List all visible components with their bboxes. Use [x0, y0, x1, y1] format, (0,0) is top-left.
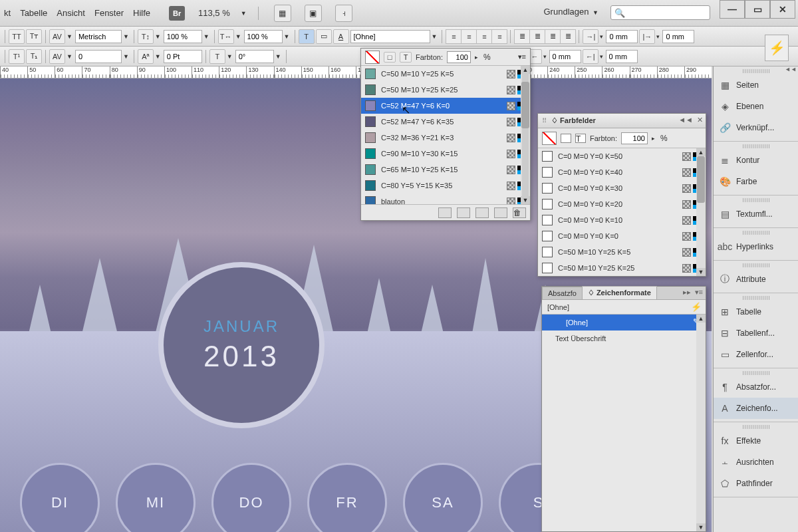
dock-item-ausrichten[interactable]: ⫠Ausrichten [714, 452, 798, 473]
zf-expand-icon[interactable]: ▸▸ [683, 288, 691, 297]
swatch-row[interactable]: C=32 M=36 Y=21 K=3 [361, 130, 530, 146]
new-swatch-group-icon[interactable] [438, 207, 452, 218]
dock-item-tabellenf[interactable]: ⊟Tabellenf... [714, 323, 798, 344]
dock-item-tabelle[interactable]: ⊞Tabelle [714, 301, 798, 323]
ff-swatch-row[interactable]: C=0 M=0 Y=0 K=50 [538, 148, 706, 164]
ff-swatch-row[interactable]: C=0 M=0 Y=0 K=0 [538, 228, 706, 244]
collapse-icon[interactable]: ◄◄ [678, 116, 693, 124]
ff-fill-proxy-icon[interactable] [542, 132, 557, 145]
dock-item-farbe[interactable]: 🎨Farbe [714, 171, 798, 192]
kerning-select[interactable] [75, 30, 122, 43]
vscale-input[interactable] [164, 30, 202, 43]
subscript-icon[interactable]: T₁ [26, 49, 42, 64]
justify-center-icon[interactable]: ≣ [529, 29, 545, 44]
swatch-row[interactable]: C=50 M=10 Y=25 K=25 [361, 82, 530, 98]
ff-swatch-row[interactable]: C=50 M=10 Y=25 K=5 [538, 244, 706, 260]
calendar-title-circle[interactable]: JANUAR 2013 [158, 262, 325, 428]
menu-fenster[interactable]: Fenster [94, 8, 124, 18]
scroll-thumb[interactable] [521, 82, 529, 128]
zf-scroll-up-icon[interactable]: ▲ [696, 315, 706, 323]
swatch-row[interactable]: C=80 Y=5 Y=15 K=35 [361, 178, 530, 194]
dock-item-zeichenfo[interactable]: AZeichenfo... [714, 398, 798, 419]
char-style-row[interactable]: Text Überschrift [542, 331, 706, 346]
ff-swatch-row[interactable]: C=0 M=0 Y=0 K=40 [538, 164, 706, 180]
hscale-icon[interactable]: T↔ [218, 29, 234, 44]
last-line-icon[interactable]: ←| [583, 49, 598, 64]
scroll-up-icon[interactable]: ▲ [521, 66, 530, 74]
dock-grip-icon[interactable] [743, 231, 769, 235]
minimize-button[interactable]: — [720, 0, 745, 19]
dock-item-attribute[interactable]: ⓘAttribute [714, 269, 798, 290]
menu-hilfe[interactable]: Hilfe [133, 8, 150, 18]
align-justify-icon[interactable]: ≡ [491, 29, 507, 44]
delete-swatch-icon[interactable]: 🗑 [513, 207, 526, 218]
vscale-icon[interactable]: T↕ [138, 29, 154, 44]
char-style-row[interactable]: [Ohne] [542, 315, 706, 331]
tab-zeichenformate[interactable]: ♢ Zeichenformate [582, 286, 657, 299]
weekday-circle[interactable]: DI [20, 463, 100, 532]
dock-item-verknpf[interactable]: 🔗Verknüpf... [714, 117, 798, 138]
justify-right-icon[interactable]: ≣ [545, 29, 561, 44]
formatting-text-icon[interactable]: □ [384, 52, 396, 63]
dock-item-hyperlinks[interactable]: abcHyperlinks [714, 236, 798, 257]
ff-scroll-down-icon[interactable]: ▼ [696, 268, 706, 276]
justify-left-icon[interactable]: ≣ [514, 29, 530, 44]
menu-kt[interactable]: kt [4, 8, 11, 18]
zf-scroll-down-icon[interactable]: ▼ [696, 523, 706, 531]
last-line-input[interactable] [606, 50, 638, 63]
close-button[interactable]: ✕ [770, 0, 795, 19]
tracking-input[interactable] [75, 50, 122, 63]
swatch-row[interactable]: C=90 M=10 Y=30 K=15 [361, 146, 530, 162]
first-line-input[interactable] [662, 30, 694, 43]
skew-icon[interactable]: T [209, 49, 225, 64]
override-icon[interactable]: ⚡ [691, 302, 702, 312]
fill-text-icon[interactable]: T [299, 29, 315, 44]
new-swatch-btn-icon[interactable] [457, 207, 470, 218]
quick-apply-icon[interactable]: ⚡ [765, 35, 789, 61]
baseline-input[interactable] [164, 50, 202, 63]
ff-scroll-up-icon[interactable]: ▲ [696, 148, 706, 156]
ff-scrollbar[interactable]: ▲ ▼ [696, 148, 706, 276]
horizontal-ruler[interactable]: 4050607080901001101201301401501601701801… [0, 66, 712, 78]
dock-item-ebenen[interactable]: ◈Ebenen [714, 96, 798, 117]
smallcaps-icon[interactable]: Tᴛ [26, 29, 42, 44]
scroll-down-icon[interactable]: ▼ [521, 196, 530, 204]
weekday-circle[interactable]: SA [403, 463, 483, 532]
new-gradient-icon[interactable] [475, 207, 489, 218]
help-search[interactable]: 🔍 [610, 5, 710, 20]
align-center-icon[interactable]: ≡ [461, 29, 477, 44]
panel-close-icon[interactable]: ✕ [697, 116, 703, 124]
swatch-row[interactable]: blauton [361, 194, 530, 204]
weekday-circle[interactable]: DO [211, 463, 291, 532]
ff-swatch-row[interactable]: C=0 M=0 Y=0 K=10 [538, 212, 706, 228]
tab-absatzformate[interactable]: Absatzfo [542, 287, 583, 299]
dock-grip-icon[interactable] [743, 198, 769, 202]
swatch-row[interactable]: C=52 M=47 Y=6 K=35 [361, 114, 530, 130]
dock-item-seiten[interactable]: ▦Seiten [714, 74, 798, 96]
menu-ansicht[interactable]: Ansicht [57, 8, 85, 18]
hscale-input[interactable] [244, 30, 283, 43]
screen-mode-2-icon[interactable]: ▣ [305, 5, 322, 22]
justify-all-icon[interactable]: ≣ [560, 29, 576, 44]
dock-grip-icon[interactable] [743, 144, 769, 148]
indent-left-input[interactable] [606, 30, 638, 43]
zoom-dropdown-icon[interactable]: ▼ [241, 10, 247, 17]
dock-expand-icon[interactable]: ◄◄ [785, 66, 795, 72]
allcaps-icon[interactable]: TT [9, 29, 25, 44]
dock-item-textumfl[interactable]: ▤Textumfl... [714, 203, 798, 225]
ff-small-2-icon[interactable]: T [575, 134, 586, 143]
swatch-row[interactable]: C=52 M=47 Y=6 K=0 [361, 98, 530, 114]
ff-farbton-input[interactable] [621, 132, 648, 144]
dock-item-absatzfor[interactable]: ¶Absatzfor... [714, 376, 798, 398]
dock-grip-icon[interactable] [743, 371, 769, 375]
first-line-icon[interactable]: |→ [639, 29, 655, 44]
zoom-level[interactable]: 113,5 % [198, 8, 230, 18]
maximize-button[interactable]: ▭ [745, 0, 770, 19]
tracking-icon[interactable]: AV [49, 49, 65, 64]
ff-small-1-icon[interactable] [561, 134, 571, 143]
arrange-icon[interactable]: ⫞ [335, 5, 352, 22]
grip-icon[interactable]: ⠿ [542, 117, 547, 124]
ff-swatch-row[interactable]: C=0 M=0 Y=0 K=30 [538, 180, 706, 196]
align-right-icon[interactable]: ≡ [476, 29, 492, 44]
superscript-icon[interactable]: T¹ [9, 49, 25, 64]
